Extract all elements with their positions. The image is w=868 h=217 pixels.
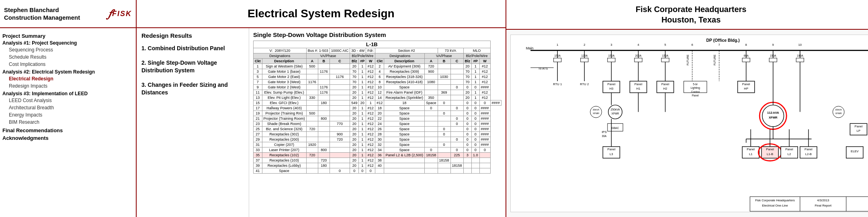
table-row: 11Elev. Sump Pump (Elev.)1176201#1212Fir… [254, 90, 502, 95]
svg-text:ELEV: ELEV [851, 149, 859, 153]
svg-text:150A: 150A [770, 54, 776, 57]
sidebar-navigation: Project Summary Analysis #1: Project Seq… [0, 28, 136, 217]
result-item-1: 1. Combined Distribution Panel [141, 45, 244, 53]
main-content: Single Step-Down Voltage Distribution Sy… [249, 28, 506, 217]
svg-text:HP: HP [744, 87, 749, 90]
svg-text:Panel: Panel [692, 94, 699, 97]
svg-text:Panel: Panel [608, 147, 616, 151]
table-row: 41Space0000 [254, 168, 502, 174]
svg-text:9: 9 [772, 43, 774, 46]
svg-text:5: 5 [665, 43, 666, 46]
nav-analysis-1[interactable]: Analysis #1: Project Sequencing [2, 40, 133, 46]
table-row: 39Receptacles (Lobby)180201#124018158 [254, 163, 502, 168]
svg-text:H2: H2 [663, 87, 667, 90]
table-row: 3Gate Motor 1 (base)1176701#124Receptacl… [254, 69, 502, 74]
svg-text:Panel: Panel [747, 147, 755, 151]
nav-analysis-3[interactable]: Analysis #3: Implementation of LEED [2, 91, 133, 96]
fisk-f-icon: 𝑓 [108, 7, 111, 20]
table-title-row: L-1B [254, 41, 502, 48]
svg-text:190A: 190A [797, 54, 803, 57]
svg-text:30A: 30A [602, 135, 607, 137]
svg-text:Panel: Panel [635, 82, 643, 86]
sidebar-item-sequencing-process[interactable]: Sequencing Process [2, 46, 133, 53]
table-row: 13Elev. Pit Light (Elev.)330201#1214Rece… [254, 95, 502, 100]
svg-text:XFMR: XFMR [835, 112, 842, 115]
center-body: Redesign Results 1. Combined Distributio… [137, 28, 506, 217]
table-row: 29Receptacles (200)720201#1230Space000##… [254, 137, 502, 142]
sidebar-item-electrical-redesign[interactable]: Electrical Redesign [2, 75, 133, 82]
svg-text:L3: L3 [610, 152, 614, 156]
table-row: 5Gate Motor 2 (East)1176701#126Receptacl… [254, 74, 502, 80]
svg-rect-52 [661, 58, 669, 62]
svg-text:60A: 60A [744, 54, 749, 57]
sidebar-item-arch-breadth[interactable]: Architectural Breadth [2, 104, 133, 111]
svg-rect-60 [743, 58, 750, 62]
result-item-2: 2. Single Step-Down Voltage Distribution… [141, 59, 244, 75]
center-title: Electrical System Redesign [248, 7, 395, 20]
svg-text:Main: Main [526, 46, 534, 50]
table-row: 21Projector (Training Room)800201#1222Sp… [254, 116, 502, 121]
sidebar: Stephen Blanchard Construction Managemen… [0, 0, 137, 217]
svg-text:Lighting: Lighting [691, 86, 700, 90]
table-row: 9Gate Motor 2 (West)1176201#1210Space000… [254, 85, 502, 90]
svg-text:Panel: Panel [805, 147, 813, 151]
svg-text:Panel: Panel [661, 82, 669, 86]
table-row: 25Biz. and Science (329)720201#1226Space… [254, 127, 502, 132]
svg-rect-21 [519, 35, 868, 212]
right-title-line2: Houston, Texas [636, 14, 747, 25]
table-row: 37Receptacles (103)720201#123818158 [254, 158, 502, 163]
nav-project-summary[interactable]: Project Summary [2, 33, 133, 39]
right-panel: Fisk Corporate Headquarters Houston, Tex… [506, 0, 868, 217]
page-wrapper: Stephen Blanchard Construction Managemen… [0, 0, 868, 217]
svg-text:L1: L1 [749, 152, 753, 156]
sidebar-item-leed-cost[interactable]: LEED Cost Analysis [2, 97, 133, 104]
distribution-table: L-1B V: 208Y/120 Bus #: 1-503 1000C AIC … [253, 41, 502, 174]
svg-text:7: 7 [719, 43, 720, 46]
company-name-line1: Stephen Blanchard [4, 6, 80, 14]
svg-text:Panel: Panel [608, 82, 616, 86]
results-title: Redesign Results [141, 32, 244, 39]
svg-text:10: 10 [798, 43, 802, 46]
sidebar-item-energy-impacts[interactable]: Energy Impacts [2, 111, 133, 119]
nav-final-recommendations[interactable]: Final Recommendations [2, 127, 133, 133]
right-body: DP (Office Bldg.) Main 1 2 3 4 5 6 7 8 [506, 30, 868, 217]
svg-text:H3: H3 [610, 87, 614, 90]
svg-text:2: 2 [584, 43, 585, 46]
svg-text:FUTURE: FUTURE [713, 54, 716, 66]
sidebar-item-schedule-results[interactable]: Schedule Results [2, 53, 133, 61]
one-line-diagram-svg: DP (Office Bldg.) Main 1 2 3 4 5 6 7 8 [511, 35, 868, 212]
svg-rect-48 [635, 58, 642, 62]
svg-text:XFMR: XFMR [593, 112, 599, 115]
table-row: 33Laser Printer (207)800201#1234Space000… [254, 147, 502, 153]
nav-acknowledgments[interactable]: Acknowledgments [2, 135, 133, 141]
svg-text:GBAC: GBAC [612, 126, 619, 129]
svg-rect-36 [554, 58, 561, 62]
svg-text:4: 4 [638, 43, 640, 46]
sidebar-item-redesign-impacts[interactable]: Redesign Impacts [2, 82, 133, 90]
center-panel: Electrical System Redesign Redesign Resu… [137, 0, 506, 217]
right-header-text: Fisk Corporate Headquarters Houston, Tex… [636, 4, 747, 25]
svg-text:3: 3 [611, 43, 612, 46]
sidebar-item-cost-implications[interactable]: Cost Implications [2, 61, 133, 68]
svg-text:Control: Control [691, 90, 700, 93]
table-row: 1Sign at Westsem (Site)500201#122AV Equi… [254, 64, 502, 69]
svg-text:To ATS: To ATS [538, 67, 548, 70]
main-section-title: Single Step-Down Voltage Distribution Sy… [253, 31, 502, 38]
svg-text:150A: 150A [555, 54, 561, 57]
svg-text:250kVA: 250kVA [611, 108, 620, 111]
table-col-labels: Designations VA/Phase Blz/Pole/Wire Desi… [254, 53, 502, 59]
right-header: Fisk Corporate Headquarters Houston, Tex… [506, 0, 868, 30]
result-item-3: 3. Changes in Feeder Sizing and Distance… [141, 81, 244, 97]
svg-text:FUTURE: FUTURE [686, 54, 689, 66]
svg-text:125A: 125A [581, 54, 588, 57]
svg-text:RTU 2: RTU 2 [580, 82, 589, 86]
sidebar-item-bim-research[interactable]: BIM Research [2, 119, 133, 126]
svg-rect-68 [796, 58, 804, 62]
results-column: Redesign Results 1. Combined Distributio… [137, 28, 249, 217]
svg-text:200A: 200A [635, 54, 642, 57]
svg-text:RTU 1: RTU 1 [553, 82, 562, 86]
nav-analysis-2[interactable]: Analysis #2: Electrical System Redesign [2, 69, 133, 75]
fisk-logo-text: FISK [112, 10, 132, 18]
svg-rect-40 [581, 58, 588, 62]
electrical-diagram: DP (Office Bldg.) Main 1 2 3 4 5 6 7 8 [506, 30, 868, 217]
